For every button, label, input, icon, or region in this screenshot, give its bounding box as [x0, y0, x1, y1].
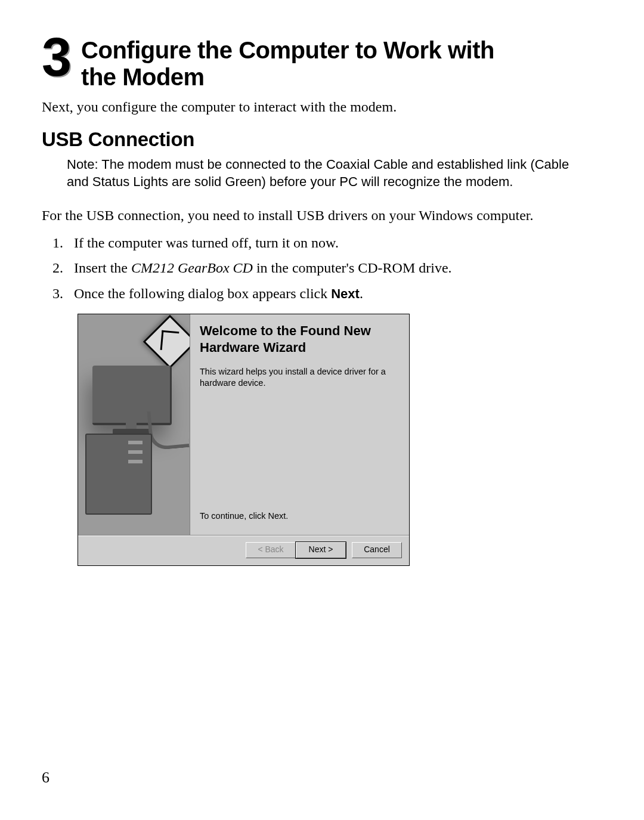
hardware-icon-arrow — [160, 330, 179, 351]
section-title-line2: the Modem — [81, 64, 205, 90]
section-title: Configure the Computer to Work with the … — [81, 37, 494, 91]
next-button[interactable]: Next > — [296, 542, 346, 558]
cable-illustration — [147, 408, 190, 451]
step-3: Once the following dialog box appears cl… — [67, 284, 602, 303]
wizard-body-area: Welcome to the Found New Hardware Wizard… — [78, 314, 409, 536]
step-2: Insert the CM212 GearBox CD in the compu… — [67, 258, 602, 277]
step-2-suffix: in the computer's CD-ROM drive. — [253, 260, 452, 276]
step-2-italic: CM212 GearBox CD — [131, 260, 253, 276]
wizard-body-text: This wizard helps you install a device d… — [200, 366, 400, 389]
step-3-bold: Next — [331, 286, 360, 301]
wizard-title: Welcome to the Found New Hardware Wizard — [200, 323, 400, 355]
note-paragraph: Note: The modem must be connected to the… — [67, 156, 592, 191]
section-title-line1: Configure the Computer to Work with — [81, 37, 494, 63]
wizard-graphic-panel — [78, 314, 190, 535]
section-number: 3 — [42, 33, 70, 82]
wizard-button-row: < Back Next > Cancel — [78, 536, 409, 565]
wizard-continue-text: To continue, click Next. — [200, 505, 400, 521]
usb-paragraph: For the USB connection, you need to inst… — [42, 208, 602, 224]
page-number: 6 — [42, 769, 49, 787]
wizard-title-line2: Hardware Wizard — [200, 340, 306, 355]
section-header: 3 Configure the Computer to Work with th… — [42, 37, 602, 91]
step-1: If the computer was turned off, turn it … — [67, 233, 602, 252]
cancel-button[interactable]: Cancel — [352, 542, 402, 558]
wizard-title-line1: Welcome to the Found New — [200, 323, 371, 338]
steps-list: If the computer was turned off, turn it … — [67, 233, 602, 303]
pc-tower-illustration — [85, 434, 152, 515]
wizard-text-panel: Welcome to the Found New Hardware Wizard… — [190, 314, 409, 535]
back-next-button-group: < Back Next > — [246, 542, 346, 558]
back-button: < Back — [246, 542, 296, 558]
intro-paragraph: Next, you configure the computer to inte… — [42, 99, 602, 115]
found-new-hardware-wizard-dialog: Welcome to the Found New Hardware Wizard… — [78, 314, 410, 566]
usb-connection-heading: USB Connection — [42, 128, 602, 151]
step-3-prefix: Once the following dialog box appears cl… — [74, 286, 331, 301]
step-3-suffix: . — [360, 286, 363, 301]
step-2-prefix: Insert the — [74, 260, 131, 276]
